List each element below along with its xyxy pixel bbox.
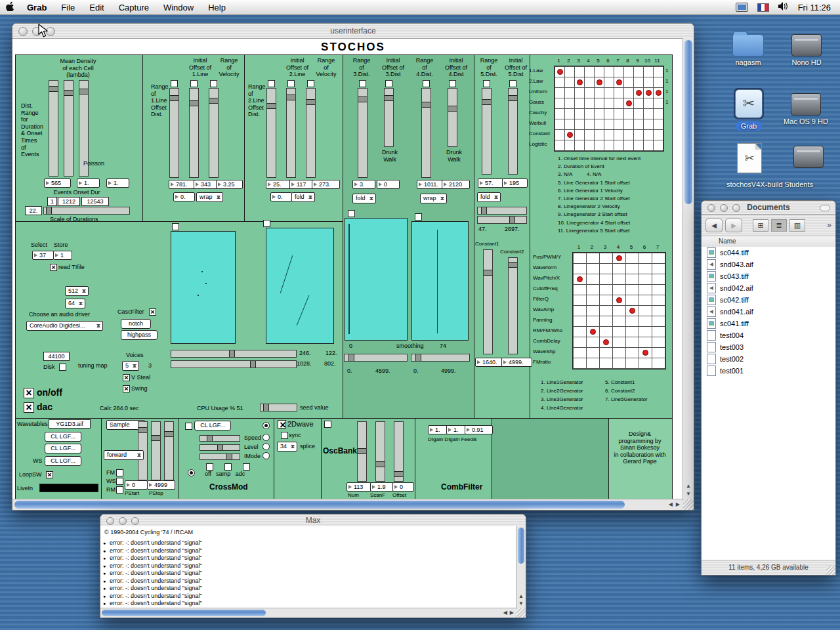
line2-numbox-3[interactable]: 273.: [312, 180, 340, 189]
resize-grip[interactable]: [683, 499, 694, 510]
envelope1-hslider[interactable]: [344, 354, 408, 362]
scale-value-box[interactable]: 22.: [25, 206, 42, 215]
crossmod-source-radio[interactable]: [188, 469, 195, 476]
dist4-slider-2[interactable]: [448, 88, 457, 147]
file-name[interactable]: sc043.tiff: [720, 272, 749, 280]
crossmod-radio-4[interactable]: [262, 452, 270, 459]
line2-toggle-3[interactable]: [307, 80, 314, 87]
list-view-button[interactable]: ≣: [771, 219, 787, 232]
display2-toggle[interactable]: [263, 220, 270, 227]
adc-checkbox[interactable]: [243, 463, 250, 471]
envelope-display-1[interactable]: [345, 218, 408, 341]
file-row[interactable]: test002: [702, 353, 835, 365]
events-box-3[interactable]: 12543: [81, 197, 109, 206]
max-horizontal-scrollbar[interactable]: ◀ ▶: [100, 608, 516, 618]
file-row[interactable]: sc042.tiff: [702, 294, 835, 306]
dist3-mode-dropdown[interactable]: fold: [352, 194, 376, 203]
file-row[interactable]: test004: [702, 329, 835, 341]
fm-checkbox[interactable]: [116, 469, 123, 476]
finder-resize-grip[interactable]: [826, 566, 835, 575]
dist3-toggle-2[interactable]: [385, 80, 392, 87]
line1-slider-2[interactable]: [189, 88, 199, 178]
dist3-toggle-1[interactable]: [359, 80, 366, 87]
file-name[interactable]: test004: [720, 331, 744, 339]
dist4-numbox-2[interactable]: 2120: [442, 180, 470, 189]
read-tifile-checkbox[interactable]: [50, 264, 57, 271]
matrix-dot[interactable]: [567, 132, 573, 138]
samplerate-box[interactable]: 44100: [43, 352, 70, 361]
file-row[interactable]: sc043.tiff: [702, 270, 835, 282]
name-column-header[interactable]: Name: [702, 236, 835, 247]
max-titlebar[interactable]: Max: [100, 514, 526, 527]
matrix-dot[interactable]: [629, 308, 635, 314]
desktop-icon-stochos-build[interactable]: ✂: [735, 143, 764, 173]
direction-dropdown[interactable]: forward: [104, 450, 144, 460]
matrix-dot[interactable]: [656, 90, 662, 96]
speed-slider[interactable]: [200, 435, 240, 442]
toolbar-overflow-chevron[interactable]: »: [827, 220, 831, 230]
events-box-1[interactable]: 1: [47, 197, 57, 206]
lambda-slider-2[interactable]: [64, 80, 74, 177]
events-box-2[interactable]: 1212: [58, 197, 80, 206]
line2-toggle-1[interactable]: [268, 80, 275, 87]
max-vertical-scrollbar[interactable]: ▲ ▼: [516, 526, 526, 608]
line1-offset-box[interactable]: 0.: [173, 192, 195, 201]
line2-offset-box[interactable]: 0.: [270, 192, 292, 201]
menu-item[interactable]: Help: [201, 3, 233, 12]
matrix-dot[interactable]: [590, 329, 596, 335]
dist3-slider-1[interactable]: [358, 88, 368, 178]
rm-checkbox[interactable]: [116, 486, 123, 494]
line1-slider-3[interactable]: [209, 88, 219, 178]
line2-numbox-1[interactable]: 25.: [266, 180, 293, 189]
displays-menu-icon[interactable]: [736, 3, 748, 12]
dist4-toggle-1[interactable]: [423, 80, 430, 87]
sampler-slider-3[interactable]: [164, 421, 174, 480]
toolbar-toggle-pill[interactable]: [820, 205, 830, 211]
line1-numbox-3[interactable]: 3.25: [216, 180, 243, 189]
envelope-display-2[interactable]: [411, 221, 469, 341]
notch-button[interactable]: notch: [121, 319, 151, 329]
file-row[interactable]: sc041.tiff: [702, 318, 835, 329]
matrix-dot[interactable]: [597, 79, 602, 85]
loopsw-checkbox[interactable]: [46, 471, 53, 478]
oscbank-slider-2[interactable]: [375, 421, 385, 482]
forward-button[interactable]: ▶: [725, 219, 742, 232]
crossmod-toggle[interactable]: [185, 423, 192, 430]
high pass-button[interactable]: highpass: [121, 330, 158, 340]
pstart-numbox[interactable]: 0: [125, 480, 148, 490]
matrix-dot[interactable]: [642, 350, 648, 356]
line1-slider-1[interactable]: [169, 88, 179, 178]
constant2-numbox[interactable]: 4999.: [501, 358, 532, 367]
file-name[interactable]: sc042.tiff: [720, 296, 749, 304]
level-slider[interactable]: [200, 444, 240, 451]
scale-slider[interactable]: [43, 207, 130, 215]
density-numbox-2[interactable]: 1.: [77, 178, 100, 188]
file-name[interactable]: sc044.tiff: [720, 249, 749, 257]
menu-clock[interactable]: Fri 11:26: [798, 3, 831, 12]
apple-menu-icon[interactable]: [0, 1, 20, 13]
sampler-slider-2[interactable]: [151, 421, 161, 480]
menu-item[interactable]: Edit: [82, 3, 111, 12]
file-name[interactable]: test001: [720, 367, 744, 375]
desktop-icon-nono-hd[interactable]: Nono HD: [785, 30, 828, 66]
userinterface-titlebar[interactable]: userinterface: [12, 24, 694, 39]
desktop-icon-grab[interactable]: ✂ Grab: [730, 88, 768, 131]
display4-toggle[interactable]: [415, 213, 422, 220]
imode-slider[interactable]: [200, 453, 240, 460]
display2-hslider[interactable]: [171, 360, 297, 368]
dist5-hslider-2[interactable]: [477, 216, 527, 224]
waveform-display-1[interactable]: [171, 231, 236, 344]
line2-slider-1[interactable]: [266, 88, 276, 178]
file-name[interactable]: snd041.aif: [720, 308, 753, 316]
samp-checkbox[interactable]: [224, 463, 232, 471]
crossmod-lgf-button[interactable]: CL LGF...: [194, 421, 231, 430]
menu-item[interactable]: Grab: [20, 3, 54, 12]
matrix-dot[interactable]: [646, 90, 652, 96]
matrix-dot[interactable]: [616, 255, 622, 261]
back-button[interactable]: ◀: [705, 219, 723, 232]
buffer-512-dropdown[interactable]: 512: [65, 286, 89, 296]
menu-item[interactable]: Window: [156, 3, 201, 12]
file-row[interactable]: snd043.aif: [702, 259, 835, 270]
waveform-display-2[interactable]: [266, 228, 334, 344]
dist5-toggle-2[interactable]: [509, 80, 516, 87]
